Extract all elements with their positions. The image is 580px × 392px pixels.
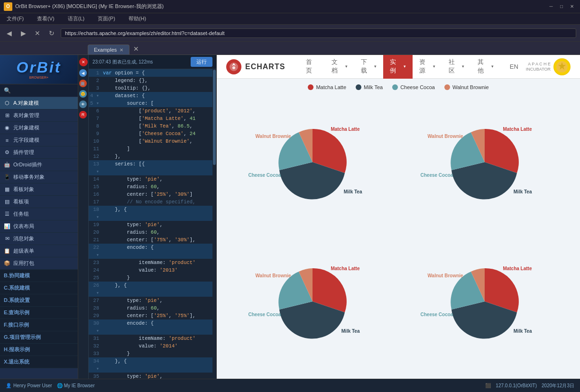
code-line-15: 15 radius: 60, [89, 183, 216, 191]
browser-icon: 🌐 [57, 383, 63, 388]
sidebar-item-sys-config[interactable]: D.系统设置 [0, 294, 78, 307]
tab-examples[interactable]: Examples ✕ [88, 45, 129, 55]
code-editor: 23:07:43 图表已生成, 122ms 运行 1 var option = … [89, 55, 217, 392]
legend-matcha: Matcha Latte [308, 84, 346, 90]
sidebar-item-plugin[interactable]: ⚙ 插件管理 [0, 146, 78, 159]
sidebar-item-sys-build[interactable]: C.系统建模 [0, 282, 78, 294]
lang-switch[interactable]: EN [510, 63, 518, 70]
sidebar-item-iface[interactable]: F.接口示例 [0, 319, 78, 331]
tool-r-icon[interactable]: R [79, 111, 87, 119]
pie-wrapper-4: Matcha Latte Milk Tea Cheese Cocoa Walnu… [447, 264, 523, 341]
code-body[interactable]: 1 var option = { 2 legend: {}, 3 tooltip… [89, 69, 216, 387]
pie4-label-walnut: Walnut Brownie [428, 273, 463, 278]
pack-icon: 📦 [4, 260, 10, 267]
tool-face[interactable]: 😊 [79, 90, 87, 98]
back-button[interactable]: ◀ [4, 28, 14, 38]
user-icon: 👤 [6, 383, 11, 388]
menu-file[interactable]: 文件(F) [4, 14, 27, 23]
pie4-label-cheese: Cheese Cocoa [421, 312, 453, 317]
legend-label-cheese: Cheese Cocoa [400, 84, 435, 90]
pie2-label-milk: Milk Tea [514, 189, 532, 194]
nav-community[interactable]: 社区▾ [442, 55, 471, 79]
refresh-button[interactable]: ↻ [46, 28, 57, 38]
sidebar-item-msg[interactable]: ✉ 消息对象 [0, 233, 78, 245]
sidebar-item-mobile[interactable]: 📱 移动事务对象 [0, 171, 78, 183]
sidebar-label-plugin: 插件管理 [13, 149, 34, 156]
statusbar-browser: 🌐 My IE Browser [57, 383, 95, 388]
dashboard-icon: 📊 [4, 223, 10, 230]
sidebar-item-contract[interactable]: B.协同建模 [0, 270, 78, 282]
code-line-3: 3 tooltip: {}, [89, 84, 216, 92]
tool-eye[interactable]: 👁 [79, 100, 87, 108]
sidebar-item-report[interactable]: H.报表示例 [0, 344, 78, 356]
tool-nav[interactable]: ◀ [79, 69, 87, 77]
sidebar-item-app-pack[interactable]: 📦 应用打包 [0, 257, 78, 270]
code-line-14: 14 type: 'pie', [89, 175, 216, 183]
sidebar-label-task: 任务组 [13, 210, 29, 218]
sidebar-label-table: 表对象管理 [13, 112, 39, 119]
menu-help[interactable]: 帮助(H) [126, 14, 149, 23]
sidebar-item-exit[interactable]: X.退出系统 [0, 356, 78, 368]
sidebar-item-query[interactable]: E.查询示例 [0, 307, 78, 319]
minimize-button[interactable]: ─ [547, 2, 555, 11]
code-line-32: 32 value: '2014' [89, 342, 216, 350]
code-line-33: 33 } [89, 350, 216, 357]
nav-download[interactable]: 下载▾ [354, 55, 384, 79]
code-line-13: 13 ▾ series: [{ [89, 160, 216, 175]
sidebar-label-element: 元对象建模 [13, 124, 39, 131]
sidebar-label-proj: G.项目管理示例 [4, 334, 41, 341]
forward-button[interactable]: ▶ [18, 28, 28, 38]
menu-page[interactable]: 页面(P) [95, 14, 118, 23]
tab-close-icon[interactable]: ✕ [120, 47, 123, 53]
plugin-icon: ⚙ [4, 149, 10, 156]
chart-grid: Matcha Latte Milk Tea Cheese Cocoa Walnu… [217, 93, 580, 377]
pie3-label-matcha: Matcha Latte [331, 266, 359, 271]
sidebar-label-msg: 消息对象 [13, 235, 34, 242]
sidebar-item-proj[interactable]: G.项目管理示例 [0, 331, 78, 344]
sidebar-item-kanban-item[interactable]: ▤ 看板项 [0, 196, 78, 208]
app-logo: O [4, 2, 12, 11]
sidebar-label-app-pack: 应用打包 [13, 260, 34, 267]
legend-label-milk: Milk Tea [364, 84, 383, 90]
tool-stop[interactable]: ✕ [79, 80, 87, 87]
code-line-31: 31 itemName: 'product' [89, 335, 216, 342]
run-button[interactable]: 运行 [191, 57, 212, 67]
sidebar-item-table-obj[interactable]: ⊞ 表对象管理 [0, 109, 78, 122]
nav-docs[interactable]: 文档▾ [325, 55, 354, 79]
sidebar-item-modeling[interactable]: ⬡ A.对象建模 [0, 97, 78, 109]
restore-button[interactable]: □ [557, 2, 566, 11]
sidebar-item-super-table[interactable]: 📋 超级表单 [0, 245, 78, 257]
sidebar-item-dashboard[interactable]: 📊 仪表布局 [0, 220, 78, 233]
nav-home[interactable]: 首页 [299, 55, 325, 79]
chart-cell-3: Matcha Latte Milk Tea Cheese Cocoa Walnu… [226, 233, 398, 373]
sidebar-search-input[interactable] [13, 88, 78, 93]
sidebar-item-element-seg[interactable]: ≡ 元字段建模 [0, 134, 78, 146]
address-input[interactable] [61, 28, 576, 38]
nav-other[interactable]: 其他▾ [471, 55, 500, 79]
nav-examples[interactable]: 实例▾ [383, 55, 413, 79]
pie2-label-cheese: Cheese Cocoa [421, 173, 453, 178]
tool-close-1[interactable]: ✕ [79, 58, 88, 66]
menu-view[interactable]: 查看(V) [34, 14, 57, 23]
code-line-21: 21 center: ['75%', '30%'], [89, 236, 216, 244]
sidebar-item-task[interactable]: ☰ 任务组 [0, 208, 78, 220]
svg-point-1 [232, 66, 235, 69]
stop-button[interactable]: ✕ [32, 28, 43, 38]
code-line-6: 6 ['product', '2012', [89, 107, 216, 115]
code-line-25: 25 } [89, 274, 216, 282]
nav-resources[interactable]: 资源▾ [413, 55, 442, 79]
sidebar-item-element-obj[interactable]: ◉ 元对象建模 [0, 122, 78, 134]
sidebar-nav: ⬡ A.对象建模 ⊞ 表对象管理 ◉ 元对象建模 ≡ 元字段建模 ⚙ 插件管理 … [0, 97, 78, 392]
menu-lang[interactable]: 语言(L) [65, 14, 87, 23]
sidebar-label-ordroid: OrDroid插件 [13, 161, 42, 168]
new-tab-button[interactable]: ✕ [129, 43, 143, 55]
sidebar-item-kanban-obj[interactable]: ▦ 看板对象 [0, 183, 78, 196]
code-line-8: 8 ['Milk Tea', 86.5, [89, 122, 216, 130]
pie3-label-milk: Milk Tea [341, 328, 360, 334]
code-scrollbar[interactable] [212, 69, 216, 387]
close-button[interactable]: ✕ [568, 2, 576, 11]
menubar: 文件(F) 查看(V) 语言(L) 页面(P) 帮助(H) [0, 13, 580, 25]
sidebar-label-super-table: 超级表单 [13, 247, 34, 255]
code-line-18: 18 ▾ }, { [89, 206, 216, 221]
sidebar-item-ordroid[interactable]: 🤖 OrDroid插件 [0, 159, 78, 171]
